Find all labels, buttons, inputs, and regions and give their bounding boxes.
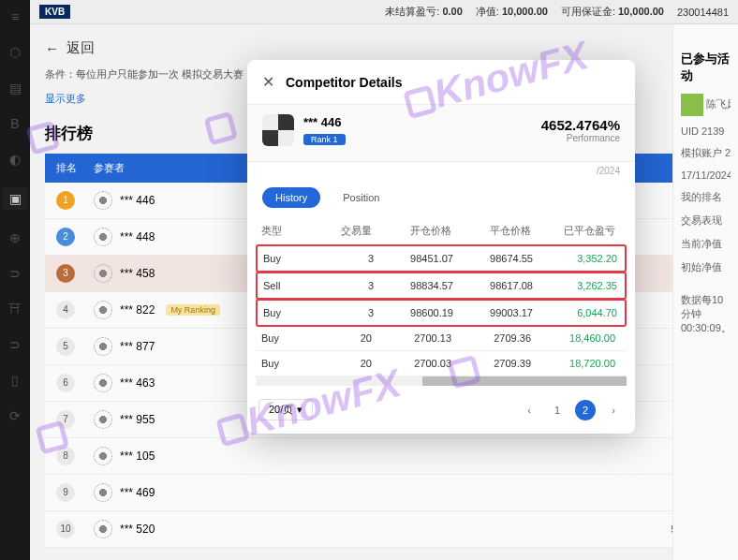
cell-type: Buy — [256, 351, 307, 376]
cell-pnl: 18,460.00 — [537, 326, 621, 350]
cell-open: 98451.07 — [379, 246, 459, 271]
cell-type: Buy — [256, 326, 307, 350]
trades-table: 类型 交易量 开仓价格 平仓价格 已平仓盈亏 Buy398451.0798674… — [256, 217, 627, 376]
joined-uid: UID 2139 — [681, 125, 731, 137]
trade-row: Buy398451.0798674.553,352.20 — [256, 244, 627, 273]
avatar-icon — [94, 228, 112, 246]
avatar-icon — [94, 191, 112, 210]
rank-badge-icon: 2 — [56, 228, 75, 246]
avatar-icon — [94, 264, 112, 283]
unsettled-pnl: 未结算盈亏: 0.00 — [385, 5, 463, 19]
leaderboard-row[interactable]: 8*** 105 — [45, 438, 723, 475]
cell-volume: 3 — [309, 246, 379, 271]
competitor-name: *** 955 — [120, 413, 155, 426]
nav-icon-4[interactable]: ◐ — [7, 152, 22, 167]
leaderboard-row[interactable]: 10*** 520507.58% — [45, 511, 723, 548]
nav-icon-8[interactable]: ⛩ — [7, 302, 22, 317]
back-label: 返回 — [66, 39, 95, 57]
rank-badge-icon: 3 — [56, 264, 75, 283]
joined-title: 已参与活动 — [681, 51, 731, 84]
trade-row: Sell398834.5798617.083,262.35 — [256, 272, 627, 300]
competitor-name: *** 446 — [303, 115, 346, 129]
trade-row: Buy202700.132709.3618,460.00 — [256, 326, 627, 351]
rp-metric: 初始净值 — [681, 260, 731, 274]
rp-metric: 当前净值 — [681, 237, 731, 251]
cell-open: 2700.13 — [377, 326, 457, 350]
cell-volume: 20 — [307, 326, 377, 350]
avatar-icon — [94, 374, 112, 392]
col-type: 类型 — [256, 217, 307, 244]
right-panel: 已参与活动 陈飞风 UID 2139 模拟账户 23 17/11/2024 - … — [672, 24, 738, 560]
avatar-icon — [94, 410, 112, 429]
performance-label: Performance — [541, 133, 620, 143]
competitor-avatar — [262, 114, 294, 146]
page-1-button[interactable]: 1 — [547, 400, 568, 420]
leaderboard-row[interactable]: 9*** 469 — [45, 475, 723, 511]
trade-row: Buy202700.032709.3918,720.00 — [256, 351, 627, 376]
rank-badge-icon: 5 — [56, 337, 75, 356]
sim-date: 17/11/2024 - 2 — [681, 169, 731, 181]
rp-metric: 我的排名 — [681, 190, 731, 204]
col-pnl: 已平仓盈亏 — [537, 217, 621, 244]
col-user: 参赛者 — [94, 161, 125, 175]
tab-history[interactable]: History — [262, 187, 320, 208]
cell-type: Sell — [258, 273, 309, 298]
nav-icon-11[interactable]: ⟳ — [7, 408, 22, 423]
account-id: 230014481 — [677, 7, 729, 18]
next-page-button[interactable]: › — [603, 400, 624, 420]
cell-close: 98674.55 — [459, 246, 539, 271]
rank-badge-icon: 10 — [56, 520, 75, 538]
cell-open: 98834.57 — [379, 273, 459, 298]
competitor-name: *** 448 — [120, 230, 155, 243]
page-2-button[interactable]: 2 — [575, 400, 596, 420]
prev-page-button[interactable]: ‹ — [519, 400, 539, 420]
cell-type: Buy — [258, 246, 309, 271]
free-margin: 可用保证金: 10,000.00 — [561, 5, 664, 19]
topbar: KVB 未结算盈亏: 0.00 净值: 10,000.00 可用保证金: 10,… — [30, 0, 738, 24]
cell-close: 99003.17 — [459, 301, 539, 325]
nav-icon-active[interactable]: ▣ — [2, 187, 28, 210]
avatar-icon — [94, 483, 112, 502]
rank-badge-icon: 9 — [56, 483, 75, 502]
avatar-icon — [94, 337, 112, 356]
close-icon[interactable]: ✕ — [262, 73, 274, 91]
arrow-left-icon: ← — [45, 40, 59, 56]
avatar-icon — [681, 94, 703, 116]
col-open-price: 开仓价格 — [377, 217, 457, 244]
rank-badge-icon: 6 — [56, 374, 75, 392]
nav-icon-1[interactable]: ⬡ — [7, 45, 22, 60]
tab-position[interactable]: Position — [330, 187, 392, 208]
trade-row: Buy398600.1999003.176,044.70 — [256, 299, 627, 327]
avatar-icon — [94, 520, 112, 538]
cell-pnl: 18,720.00 — [537, 351, 621, 376]
cell-open: 98600.19 — [379, 301, 459, 325]
nav-icon-2[interactable]: ▤ — [7, 81, 22, 96]
menu-icon[interactable]: ≡ — [7, 9, 22, 24]
competitor-name: *** 446 — [120, 194, 155, 207]
page-size-select[interactable]: 20/页▾ — [258, 399, 313, 420]
performance-value: 4652.4764% — [541, 117, 620, 133]
nav-icon-7[interactable]: ⊃ — [7, 266, 22, 281]
rank-badge: Rank 1 — [303, 134, 346, 145]
nav-icon-10[interactable]: ▯ — [7, 373, 22, 388]
logo: KVB — [39, 5, 70, 19]
equity: 净值: 10,000.00 — [476, 5, 548, 19]
date-hint: /2024 — [247, 162, 635, 176]
nav-icon-9[interactable]: ⊃ — [7, 337, 22, 352]
competitor-name: *** 469 — [120, 486, 155, 499]
show-more-link[interactable]: 显示更多 — [45, 92, 86, 106]
cell-close: 2709.36 — [457, 326, 537, 350]
competitor-details-modal: ✕ Competitor Details *** 446 Rank 1 4652… — [247, 60, 635, 434]
cell-volume: 20 — [307, 351, 377, 376]
sim-account: 模拟账户 23 — [681, 146, 731, 160]
cell-pnl: 3,262.35 — [539, 273, 623, 298]
cell-volume: 3 — [309, 301, 379, 325]
horizontal-scrollbar[interactable] — [256, 376, 627, 386]
nav-icon-6[interactable]: ⊕ — [7, 230, 22, 245]
back-link[interactable]: ← 返回 — [45, 39, 723, 57]
competitor-name: *** 105 — [120, 449, 155, 463]
avatar-icon — [94, 301, 112, 319]
competitor-name: *** 877 — [120, 340, 155, 353]
nav-icon-3[interactable]: B — [7, 116, 22, 131]
competitor-name: *** 458 — [120, 267, 155, 280]
